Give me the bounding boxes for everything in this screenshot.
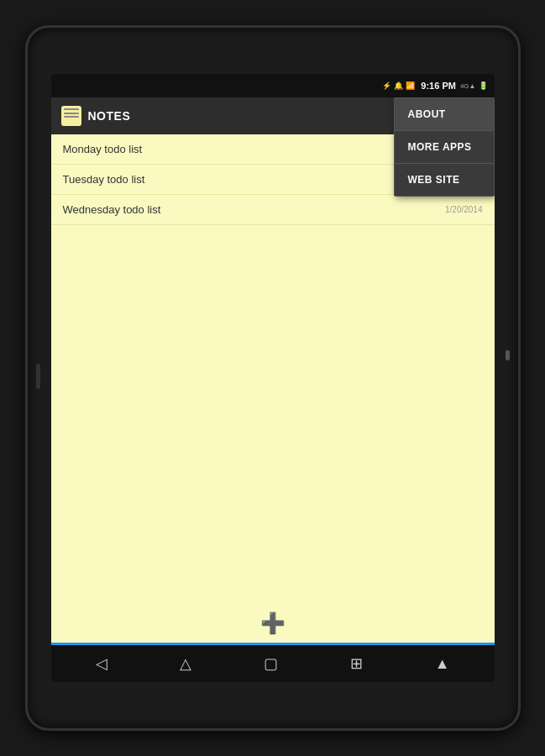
add-button-container: ➕ <box>259 610 286 637</box>
notes-bottom-bar <box>51 643 495 645</box>
battery-icon: 🔋 <box>479 81 488 90</box>
status-bar: ⚡ 🔔 📶 9:16 PM 4G▲ 🔋 <box>51 74 495 97</box>
menu-item-more-apps[interactable]: MORE APPS <box>395 131 494 164</box>
status-icons: ⚡ 🔔 📶 9:16 PM 4G▲ 🔋 <box>382 81 487 91</box>
app-icon <box>61 106 81 126</box>
menu-item-about[interactable]: ABOUT <box>395 98 494 131</box>
home-button[interactable]: △ <box>171 649 200 678</box>
note-title-1: Monday todo list <box>63 143 143 155</box>
add-note-button[interactable]: ➕ <box>259 610 286 637</box>
app-area: NOTES ⋮ ABOUT MORE APPS WEB SITE Monday … <box>51 97 495 645</box>
tablet-frame: ⚡ 🔔 📶 9:16 PM 4G▲ 🔋 NOTES ⋮ ABOUT MORE A… <box>25 25 521 731</box>
nav-bar: ◁ △ ▢ ⊞ ▲ <box>51 645 495 682</box>
note-title-3: Wednesday todo list <box>63 203 161 216</box>
notes-area: Monday todo list 1/20/2014 Tuesday todo … <box>51 134 495 645</box>
note-title-2: Tuesday todo list <box>63 173 145 186</box>
add-icon: ➕ <box>260 613 286 633</box>
status-time: 9:16 PM <box>421 81 456 91</box>
recents-button[interactable]: ▢ <box>255 649 286 678</box>
volume-button <box>36 364 40 389</box>
back-button[interactable]: ◁ <box>87 649 116 678</box>
up-button[interactable]: ▲ <box>427 650 459 678</box>
power-button <box>506 350 510 360</box>
screenshot-button[interactable]: ⊞ <box>342 649 371 678</box>
usb-icon: ⚡ <box>382 81 391 90</box>
action-bar: NOTES ⋮ ABOUT MORE APPS WEB SITE <box>51 97 495 134</box>
note-date-3: 1/20/2014 <box>445 205 483 214</box>
menu-item-web-site[interactable]: WEB SITE <box>395 164 494 196</box>
notification-icon: 🔔 <box>394 81 403 90</box>
tablet-screen: ⚡ 🔔 📶 9:16 PM 4G▲ 🔋 NOTES ⋮ ABOUT MORE A… <box>51 74 495 682</box>
note-item-3[interactable]: Wednesday todo list 1/20/2014 <box>51 195 495 225</box>
lte-icon: 4G▲ <box>460 82 476 90</box>
signal-icon: 📶 <box>406 81 415 90</box>
dropdown-menu: ABOUT MORE APPS WEB SITE <box>394 97 495 197</box>
